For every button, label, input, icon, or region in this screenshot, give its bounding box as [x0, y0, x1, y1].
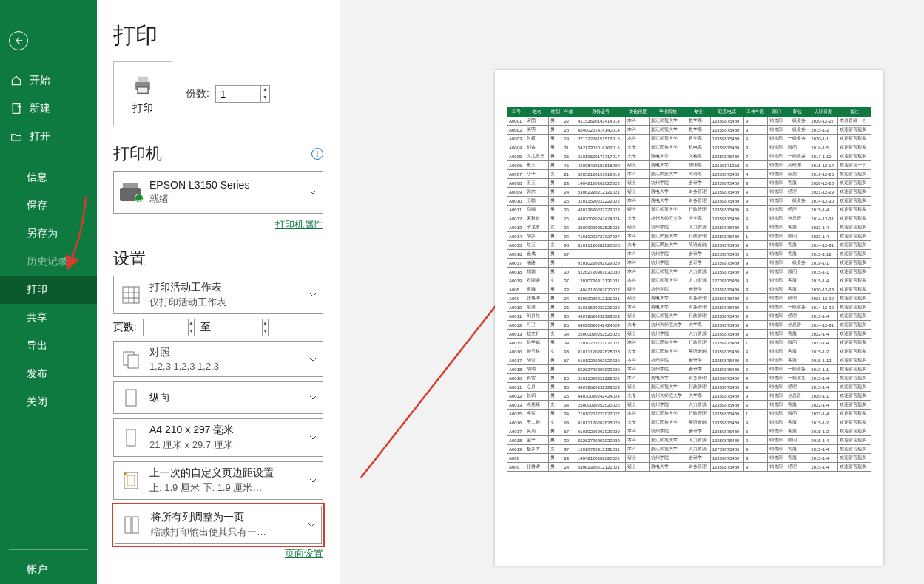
print-button[interactable]: 打印	[113, 61, 172, 126]
backstage-sidebar: 开始新建打开 信息保存另存为历史记录打印共享导出发布关闭 帐户	[0, 0, 97, 584]
svg-rect-14	[127, 475, 135, 486]
margins-icon	[120, 469, 142, 492]
home-icon	[10, 75, 22, 86]
sidebar-item-new[interactable]: 新建	[0, 95, 97, 123]
table-row: A0018宝子男3052262720303030030本科浙江师范大学人力资源1…	[507, 436, 871, 445]
back-button[interactable]	[9, 31, 28, 50]
printer-status-icon	[120, 183, 142, 201]
svg-rect-0	[13, 104, 20, 114]
table-row: A0014胡多男3471010202727027027本科浙江民族大学行政管理1…	[507, 232, 871, 241]
copies-input[interactable]: ▲▼	[215, 85, 270, 103]
table-row: A0019极多罗女3712010720313131031本科浙江师范大学人力资源…	[507, 445, 871, 454]
table-row: A0009郭六男2453062320212121021硕士西电大学财务管理123…	[507, 188, 871, 197]
table-row: A0018胡沟男52262720303030030本科杭州学院会计学123598…	[507, 365, 871, 374]
table-row: A0017油路男91010220292929029本科杭州学院会计学123598…	[507, 259, 871, 268]
table-row: A0017吴局男6791010220292929029本科杭州学院会计学1235…	[507, 427, 871, 436]
sidebar-item-home[interactable]: 开始	[0, 67, 97, 95]
svg-rect-4	[123, 287, 139, 303]
collate-icon	[120, 348, 142, 370]
table-row: A0010王聪男2531011520222222022本科西电大学财务管理123…	[507, 197, 871, 206]
print-preview: 工号姓名性别年龄身份证号文化程度毕业院校专业联系电话工作年限部门职位入职日期备注…	[340, 0, 924, 584]
table-row: A0016金成男67本科杭州学院会计学125398754895销售部客服2015…	[507, 250, 871, 259]
sidebar-item[interactable]: 打印	[0, 276, 97, 304]
pages-to-label: 至	[200, 321, 211, 334]
sidebar-item[interactable]: 关闭	[0, 388, 97, 416]
table-row: A009张将涛男2453062320212121021硕士西电大学财务管理123…	[507, 294, 871, 303]
settings-heading: 设置	[113, 248, 146, 270]
svg-rect-2	[138, 77, 148, 82]
table-row: A0013赵文轩女3425000020252525025硕士杭州学院人力资源12…	[507, 330, 871, 339]
table-row: A0015乡军男3471010202727027027本科浙江民族大学行政管理1…	[507, 410, 871, 418]
portrait-icon	[120, 387, 142, 409]
page-setup-link[interactable]: 页面设置	[285, 548, 323, 559]
table-row: A0011心月男3543072620232323023硕士浙江师范大学行政管理1…	[507, 383, 871, 392]
pages-to-input[interactable]: ▲▼	[217, 319, 269, 336]
table-row: A0012可卫男2664030020242424024大专杭州大师范大学大学系1…	[507, 321, 871, 330]
svg-point-15	[124, 472, 127, 475]
printer-properties-link[interactable]: 打印机属性	[275, 219, 323, 230]
svg-rect-16	[125, 517, 131, 533]
table-row: A008富嗨男2314042120202020022硕士杭州学院会计学12359…	[507, 285, 871, 294]
sidebar-item[interactable]: 信息	[0, 163, 97, 191]
paper-icon	[120, 427, 142, 449]
sidebar-item[interactable]: 另存为	[0, 220, 97, 248]
table-row: A0011鸟顺男3543072620232323023硕士浙江师范大学行政管理1…	[507, 206, 871, 214]
table-row: A0010景海男2531011520222222022本科西电大学财务管理123…	[507, 303, 871, 312]
preview-page: 工号姓名性别年龄身份证号文化程度毕业院校专业联系电话工作年限部门职位入职日期备注…	[495, 70, 883, 566]
table-row: A0004刘备男3154212302016162016大专浙江民族大学机电系12…	[507, 143, 871, 152]
table-row: A008男2314042120202020022硕士杭州学院会计学1235987…	[507, 454, 871, 463]
setting-orientation[interactable]: 纵向	[113, 381, 323, 414]
preview-table: 工号姓名性别年龄身份证号文化程度毕业院校专业联系电话工作年限部门职位入职日期备注…	[507, 107, 871, 472]
svg-rect-12	[127, 429, 135, 446]
print-panel: 打印 打印 份数: ▲▼ 打印机 i EPSON L3150 Series 就绪…	[97, 0, 340, 584]
setting-print-what[interactable]: 打印活动工作表仅打印活动工作表	[113, 276, 323, 314]
table-row: A0008五五男2314042120202020022硕士杭州学院会计学1235…	[507, 179, 871, 188]
spinner-up-icon[interactable]: ▲	[261, 86, 269, 94]
sidebar-separator	[9, 549, 88, 550]
fit-columns-icon	[121, 514, 144, 536]
new-icon	[10, 103, 22, 115]
table-row: A0016孙号林女9881011120282828028大专浙江民族大学英语金融…	[507, 347, 871, 356]
pages-from-input[interactable]: ▲▼	[143, 319, 195, 336]
table-row: A0012长四男2664030020242424024大专杭州大师范大学大学系1…	[507, 392, 871, 401]
table-row: A0010郭雷男2531011520222222022本科西电大学财务管理123…	[507, 374, 871, 383]
printer-heading: 打印机	[113, 143, 162, 165]
sheet-grid-icon	[120, 284, 142, 306]
table-row: A0001宋国男2241152620141414014本科浙江师范大学数学系12…	[507, 117, 871, 126]
page-title: 打印	[113, 21, 323, 51]
table-row: A0005文儿恩王男3621010620171717017大专西电大学文秘系12…	[507, 152, 871, 161]
info-icon[interactable]: i	[311, 148, 323, 160]
table-row: A0002关羽男2865400201414140014本科浙江师范大学数学系12…	[507, 126, 871, 135]
table-row: A0013木第第女3425000020252525025硕士杭州学院人力资源12…	[507, 401, 871, 410]
sidebar-item[interactable]: 发布	[0, 360, 97, 388]
table-row: A0007小子女2162052120191919019本科浙江民族大学英语系12…	[507, 170, 871, 179]
sidebar-item-open[interactable]: 打开	[0, 123, 97, 151]
annotation-highlight-box: 将所有列调整为一页缩减打印输出使其只有一…	[112, 503, 325, 547]
sidebar-separator	[9, 157, 88, 157]
svg-rect-3	[138, 87, 148, 94]
setting-scaling[interactable]: 将所有列调整为一页缩减打印输出使其只有一…	[115, 506, 322, 544]
chevron-down-icon	[309, 189, 317, 196]
sidebar-account[interactable]: 帐户	[0, 556, 97, 584]
spinner-down-icon[interactable]: ▼	[261, 94, 269, 102]
table-row: A0015红五女9881011120282828028大专浙江民族大学英语金融1…	[507, 241, 871, 250]
table-row: A0018招辅男3052262720303030030本科浙江师范大学人力资源1…	[507, 268, 871, 276]
open-icon	[10, 131, 22, 143]
sidebar-item[interactable]: 历史记录	[0, 248, 97, 276]
table-row: A0011刘月红男3543072620232323023硕士浙江师范大学行政管理…	[507, 312, 871, 321]
svg-line-18	[361, 279, 516, 478]
setting-paper-size[interactable]: A4 210 x 297 毫米21 厘米 x 29.7 厘米	[113, 418, 323, 457]
svg-rect-17	[132, 517, 138, 533]
sidebar-item[interactable]: 导出	[0, 332, 97, 360]
svg-rect-11	[126, 390, 136, 406]
setting-margins[interactable]: 上一次的自定义页边距设置上: 1.9 厘米 下: 1.9 厘米…	[113, 461, 323, 500]
sidebar-item[interactable]: 共享	[0, 304, 97, 332]
table-row: A0013子龙若女3425000020252525025硕士杭州学院人力资源12…	[507, 223, 871, 232]
table-row: A0003时权男2937132220151515015本科浙江师范大学数学系12…	[507, 135, 871, 143]
sidebar-item[interactable]: 保存	[0, 191, 97, 220]
printer-selector[interactable]: EPSON L3150 Series 就绪	[113, 171, 323, 214]
setting-collate[interactable]: 对照1,2,3 1,2,3 1,2,3	[113, 341, 323, 377]
pages-label: 页数:	[113, 321, 137, 334]
copies-label: 份数:	[186, 87, 209, 101]
table-row: A0019石商涛女3712010720313131031本科浙江师范大学人力资源…	[507, 276, 871, 285]
